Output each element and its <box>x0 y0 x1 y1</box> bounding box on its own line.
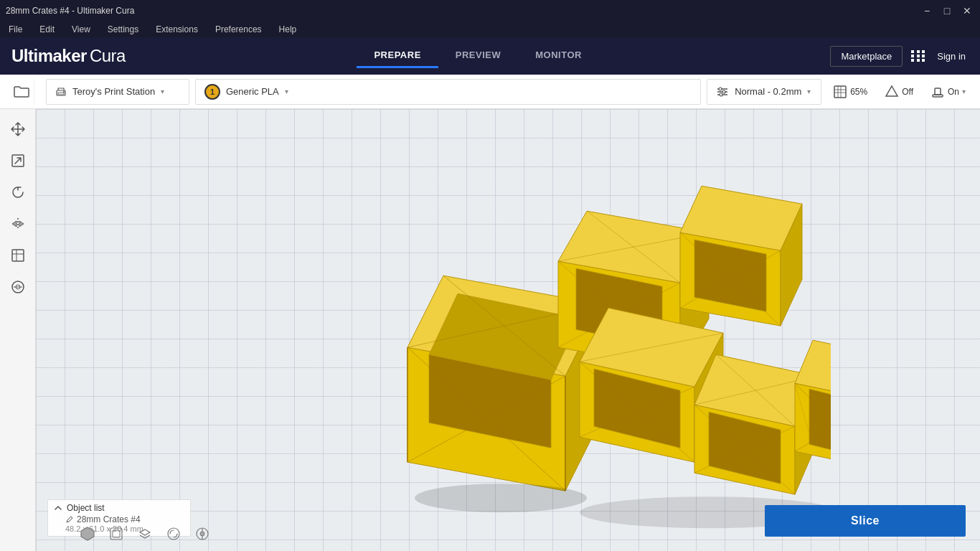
slice-button-container: Slice <box>765 505 966 537</box>
menu-file[interactable]: File <box>6 23 25 36</box>
menu-help[interactable]: Help <box>276 23 300 36</box>
material-name: Generic PLA <box>226 86 279 97</box>
slice-button[interactable]: Slice <box>765 505 966 537</box>
printer-icon <box>55 86 67 98</box>
minimize-button[interactable]: − <box>920 4 934 18</box>
logo-cura: Cura <box>90 46 126 66</box>
tool-support-blocker[interactable] <box>4 273 32 301</box>
svg-point-6 <box>719 88 722 90</box>
tool-per-model-settings[interactable] <box>4 241 32 270</box>
view-xray[interactable] <box>105 522 128 545</box>
tool-rotate[interactable] <box>4 178 32 207</box>
chevron-up-icon <box>54 504 62 512</box>
infill-icon <box>833 85 847 99</box>
tab-monitor[interactable]: MONITOR <box>518 44 599 68</box>
material-icon: 1 <box>204 84 220 100</box>
view-icons <box>76 522 214 545</box>
grid-icon[interactable] <box>911 50 925 62</box>
settings-icon <box>716 86 729 98</box>
svg-rect-19 <box>12 250 24 261</box>
maximize-button[interactable]: □ <box>940 4 954 18</box>
window-controls: − □ ✕ <box>920 4 974 18</box>
support-toggle[interactable]: Off <box>879 82 919 102</box>
menu-extensions[interactable]: Extensions <box>153 23 201 36</box>
view-solid[interactable] <box>76 522 99 545</box>
tab-prepare[interactable]: PREPARE <box>357 44 438 68</box>
printer-chevron: ▾ <box>161 88 164 95</box>
adhesion-toggle[interactable]: On ▾ <box>925 82 971 102</box>
material-chevron: ▾ <box>285 88 288 95</box>
folder-button[interactable] <box>9 79 34 105</box>
menu-edit[interactable]: Edit <box>37 23 57 36</box>
tool-mirror[interactable] <box>4 209 32 238</box>
svg-rect-16 <box>935 88 941 95</box>
settings-label: Normal - 0.2mm <box>735 86 801 97</box>
settings-chevron: ▾ <box>807 88 811 95</box>
svg-rect-9 <box>834 86 846 98</box>
view-slice[interactable] <box>191 522 214 545</box>
logo-ultimaker: Ultimaker <box>11 46 87 66</box>
adhesion-chevron: ▾ <box>962 88 966 95</box>
infill-percent: 65% <box>850 87 867 97</box>
svg-point-2 <box>63 91 65 93</box>
app-header: Ultimaker Cura PREPARE PREVIEW MONITOR M… <box>0 37 980 75</box>
svg-marker-14 <box>886 86 897 96</box>
menu-preferences[interactable]: Preferences <box>212 23 265 36</box>
model-3d <box>293 161 831 537</box>
svg-point-7 <box>722 90 725 93</box>
menu-settings[interactable]: Settings <box>105 23 141 36</box>
object-list-header[interactable]: Object list <box>54 503 184 513</box>
printer-name: Teroy's Print Station <box>72 86 155 97</box>
menu-bar: File Edit View Settings Extensions Prefe… <box>0 22 980 37</box>
tool-move[interactable] <box>4 115 32 143</box>
header-right: Marketplace Sign in <box>830 46 969 67</box>
view-material[interactable] <box>162 522 185 545</box>
title-bar: 28mm Crates #4 - Ultimaker Cura − □ ✕ <box>0 0 980 22</box>
support-label: Off <box>902 87 913 97</box>
print-settings[interactable]: Normal - 0.2mm ▾ <box>707 79 821 105</box>
viewport[interactable]: Object list 28mm Crates #4 48.2 x 61.0 x… <box>36 109 980 551</box>
printer-selector[interactable]: Teroy's Print Station ▾ <box>46 79 189 105</box>
support-icon <box>885 85 899 99</box>
app-logo: Ultimaker Cura <box>11 46 126 66</box>
view-layers[interactable] <box>133 522 156 545</box>
adhesion-label: On <box>948 87 959 97</box>
svg-point-8 <box>720 93 722 96</box>
infill-toggle[interactable]: 65% <box>827 82 873 102</box>
adhesion-icon <box>930 85 945 99</box>
material-selector[interactable]: 1 Generic PLA ▾ <box>195 79 701 105</box>
close-button[interactable]: ✕ <box>960 4 974 18</box>
tool-scale[interactable] <box>4 146 32 175</box>
marketplace-button[interactable]: Marketplace <box>830 46 903 67</box>
svg-rect-1 <box>58 93 64 95</box>
header-tabs: PREPARE PREVIEW MONITOR <box>357 44 599 68</box>
svg-point-79 <box>200 532 204 536</box>
left-sidebar <box>0 109 36 551</box>
main-area: Object list 28mm Crates #4 48.2 x 61.0 x… <box>0 109 980 551</box>
svg-rect-75 <box>110 528 122 540</box>
toolbar: Teroy's Print Station ▾ 1 Generic PLA ▾ … <box>0 75 980 109</box>
object-list-label: Object list <box>67 503 105 513</box>
menu-view[interactable]: View <box>69 23 93 36</box>
window-title: 28mm Crates #4 - Ultimaker Cura <box>6 6 134 16</box>
signin-button[interactable]: Sign in <box>934 47 969 66</box>
svg-point-73 <box>415 484 587 512</box>
toolbar-right: 65% Off On ▾ <box>827 82 971 102</box>
tab-preview[interactable]: PREVIEW <box>438 44 518 68</box>
svg-rect-76 <box>113 530 120 537</box>
